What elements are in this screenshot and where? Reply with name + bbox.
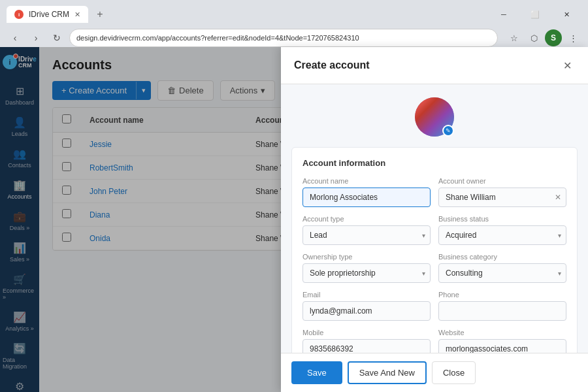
website-group: Website [438,329,566,353]
avatar-wrapper: ✎ [415,97,454,137]
email-input[interactable] [302,301,431,321]
phone-group: Phone [438,291,566,321]
form-row-ownership-category: Ownership type Sole proprietorship ▾ Bus… [302,253,566,283]
account-owner-input[interactable] [438,188,566,207]
browser-tab[interactable]: i IDrive CRM ✕ [7,6,88,23]
account-type-label: Account type [302,215,431,223]
save-button[interactable]: Save [291,361,342,384]
ownership-type-select-wrapper: Sole proprietorship ▾ [302,263,431,283]
ownership-type-group: Ownership type Sole proprietorship ▾ [302,253,431,283]
avatar-section: ✎ [281,84,588,147]
tab-close-icon[interactable]: ✕ [74,10,80,19]
save-and-new-button[interactable]: Save And New [348,361,427,384]
business-status-group: Business status Acquired ▾ [438,215,566,245]
bookmark-icon[interactable]: ☆ [506,29,523,46]
business-category-label: Business category [438,253,566,261]
account-type-select[interactable]: Lead [302,225,431,245]
business-status-select[interactable]: Acquired [438,225,566,245]
account-name-input[interactable] [302,188,431,207]
account-owner-clear-icon[interactable]: ✕ [555,193,561,202]
form-row-email-phone: Email Phone [302,291,566,321]
address-bar[interactable]: design.devid​rivecrm.com/app/accounts?re… [69,29,498,47]
mobile-label: Mobile [302,329,431,336]
profile-avatar[interactable]: S [545,29,562,46]
account-name-label: Account name [302,177,431,185]
website-input[interactable] [438,339,566,353]
account-type-select-wrapper: Lead ▾ [302,225,431,245]
phone-label: Phone [438,291,566,299]
window-minimize-button[interactable]: ─ [489,5,519,24]
form-row-name-owner: Account name Account owner ✕ [302,177,566,207]
avatar-edit-icon: ✎ [446,127,451,134]
account-owner-label: Account owner [438,177,566,185]
modal-close-icon[interactable]: ✕ [559,57,575,73]
form-row-mobile-website: Mobile Website [302,329,566,353]
browser-menu-icon[interactable]: ⋮ [564,29,581,46]
ownership-type-select[interactable]: Sole proprietorship [302,263,431,283]
tab-favicon: i [14,10,24,19]
ownership-type-label: Ownership type [302,253,431,261]
account-info-title: Account information [302,158,566,168]
business-status-label: Business status [438,215,566,223]
new-tab-button[interactable]: + [91,5,109,24]
business-category-select-wrapper: Consulting ▾ [438,263,566,283]
avatar-edit-button[interactable]: ✎ [442,125,454,137]
email-label: Email [302,291,431,299]
business-category-select[interactable]: Consulting [438,263,566,283]
create-account-modal: Create account ✕ ✎ Account information [281,47,588,392]
modal-header: Create account ✕ [281,47,588,84]
close-modal-button[interactable]: Close [432,361,476,384]
forward-button[interactable]: › [27,29,44,46]
business-category-group: Business category Consulting ▾ [438,253,566,283]
mobile-group: Mobile [302,329,431,353]
account-type-group: Account type Lead ▾ [302,215,431,245]
modal-title: Create account [294,59,370,71]
refresh-button[interactable]: ↻ [48,29,65,46]
business-status-select-wrapper: Acquired ▾ [438,225,566,245]
account-owner-input-wrapper: ✕ [438,188,566,207]
modal-body: ✎ Account information Account name Accou… [281,84,588,353]
account-name-group: Account name [302,177,431,207]
tab-label: IDrive CRM [29,10,69,19]
url-text: design.devid​rivecrm.com/app/accounts?re… [76,34,359,42]
extensions-icon[interactable]: ⬡ [525,29,542,46]
website-label: Website [438,329,566,336]
back-button[interactable]: ‹ [7,29,24,46]
email-group: Email [302,291,431,321]
window-close-button[interactable]: ✕ [551,5,581,24]
modal-footer: Save Save And New Close [281,353,588,392]
account-owner-group: Account owner ✕ [438,177,566,207]
account-info-section: Account information Account name Account… [291,147,578,353]
mobile-input[interactable] [302,339,431,353]
window-restore-button[interactable]: ⬜ [520,5,550,24]
phone-input[interactable] [438,301,566,321]
form-row-type-status: Account type Lead ▾ Business status [302,215,566,245]
